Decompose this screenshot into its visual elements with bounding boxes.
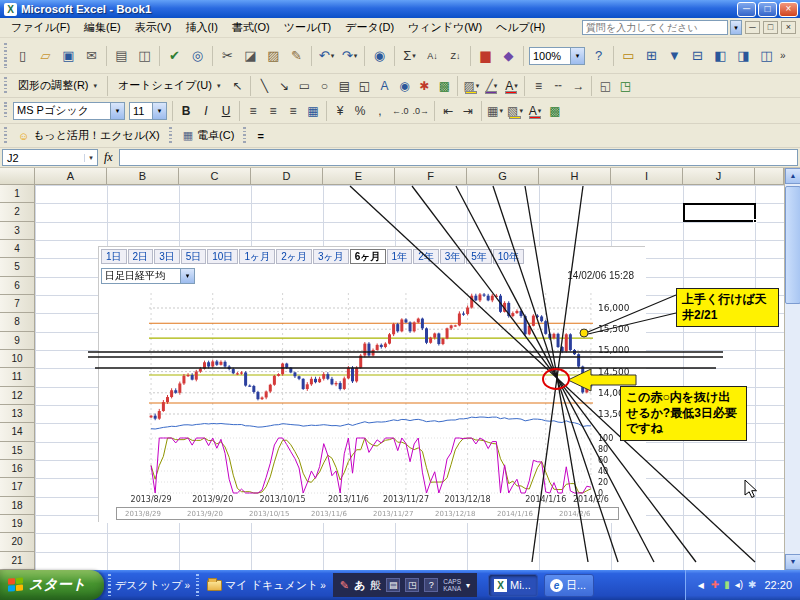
vertical-text-box-button[interactable]: ◱ (354, 76, 374, 96)
title-bar[interactable]: X Microsoft Excel - Book1 ─ □ × (0, 0, 800, 18)
zoom-combo[interactable]: 100%▾ (529, 47, 585, 65)
start-button[interactable]: スタート (0, 570, 104, 600)
period-tab-1年[interactable]: 1年 (387, 249, 413, 264)
ime-conversion-mode[interactable]: 般 (370, 578, 381, 593)
tray-collapse-icon[interactable]: ◀ (698, 581, 704, 590)
dropdown-arrow-icon[interactable]: ▾ (519, 107, 523, 115)
row-header-9[interactable]: 9 (0, 332, 35, 350)
row-header-15[interactable]: 15 (0, 442, 35, 460)
sort-ascending-button[interactable]: A↓ (421, 44, 444, 67)
underline-button[interactable]: U (216, 101, 236, 121)
autoshapes-button[interactable]: オートシェイプ(U)▾ (111, 75, 227, 96)
cut-button[interactable]: ✂ (216, 44, 239, 67)
scroll-thumb[interactable] (785, 186, 800, 304)
ime-keyboard-icon[interactable]: ▤ (386, 578, 400, 592)
column-header-B[interactable]: B (107, 168, 179, 185)
menu-item[interactable]: 編集(E) (77, 18, 128, 37)
display-icon[interactable]: ▮ (724, 580, 730, 590)
toolbar-grip[interactable] (4, 127, 7, 143)
callout-bottom[interactable]: この赤○内を抜け出せるか?最低3日必要ですね (620, 386, 747, 441)
scroll-down-icon[interactable]: ▼ (785, 554, 800, 570)
italic-button[interactable]: I (196, 101, 216, 121)
workbook-restore-button[interactable]: □ (763, 21, 778, 34)
period-tab-5年[interactable]: 5年 (466, 249, 492, 264)
column-header-D[interactable]: D (251, 168, 323, 185)
row-header-17[interactable]: 17 (0, 478, 35, 496)
camera-button[interactable]: ◫ (755, 44, 778, 67)
bold-button[interactable]: B (176, 101, 196, 121)
menu-item[interactable]: ツール(T) (277, 18, 339, 37)
shape-adjust-button[interactable]: 図形の調整(R)▾ (11, 75, 104, 96)
row-header-19[interactable]: 19 (0, 515, 35, 533)
paste-button[interactable]: ▨ (262, 44, 285, 67)
row-header-18[interactable]: 18 (0, 497, 35, 515)
column-header-C[interactable]: C (179, 168, 251, 185)
dropdown-arrow-icon[interactable]: ▾ (514, 82, 518, 90)
period-tab-3ヶ月[interactable]: 3ヶ月 (313, 249, 349, 264)
fill-color-button[interactable]: ▨▾ (461, 76, 481, 96)
equals-button[interactable]: = (250, 127, 270, 145)
row-header-4[interactable]: 4 (0, 240, 35, 258)
column-header-partial[interactable] (755, 168, 784, 185)
quicklaunch-my-documents[interactable]: マイ ドキュメント (225, 578, 318, 593)
font-color-button[interactable]: A▾ (525, 101, 545, 121)
column-header-J[interactable]: J (683, 168, 755, 185)
callout-top[interactable]: 上手く行けば天井2/21 (676, 288, 779, 327)
open-folder-button[interactable]: ▱ (34, 44, 57, 67)
row-header-12[interactable]: 12 (0, 387, 35, 405)
dropdown-arrow-icon[interactable]: ▾ (494, 82, 498, 90)
question-dropdown-icon[interactable]: ▾ (730, 20, 742, 35)
font-name-dropdown-icon[interactable]: ▾ (110, 103, 124, 119)
toolbar-options-icon[interactable]: » (780, 50, 786, 61)
fill-handle[interactable] (753, 219, 757, 223)
row-header-21[interactable]: 21 (0, 552, 35, 570)
workbook-minimize-button[interactable]: ─ (745, 21, 760, 34)
chevron-icon[interactable]: » (320, 580, 326, 591)
chart-wizard-button[interactable]: ▆ (474, 44, 497, 67)
volume-icon[interactable]: ◂) (735, 580, 743, 590)
column-header-G[interactable]: G (467, 168, 539, 185)
insert-function-icon[interactable]: fx (104, 150, 113, 165)
period-tab-3年[interactable]: 3年 (440, 249, 466, 264)
word-art-button[interactable]: A (374, 76, 394, 96)
dentaku-button[interactable]: ▦電卓(C) (176, 125, 242, 146)
menu-item[interactable]: 挿入(I) (178, 18, 224, 37)
arrow-style-button[interactable]: → (568, 76, 588, 96)
arrow-button[interactable]: ↘ (274, 76, 294, 96)
row-header-1[interactable]: 1 (0, 185, 35, 203)
period-tab-2年[interactable]: 2年 (413, 249, 439, 264)
menu-item[interactable]: データ(D) (338, 18, 401, 37)
drawing-button[interactable]: ◆ (497, 44, 520, 67)
save-button[interactable]: ▣ (57, 44, 80, 67)
row-header-6[interactable]: 6 (0, 277, 35, 295)
column-header-I[interactable]: I (611, 168, 683, 185)
dropdown-arrow-icon[interactable]: ▾ (94, 82, 98, 90)
menu-item[interactable]: ファイル(F) (4, 18, 77, 37)
taskbar-button-browser[interactable]: e 日... (544, 574, 594, 597)
dropdown-arrow-icon[interactable]: ▾ (538, 107, 542, 115)
increase-indent-button[interactable]: ⇥ (458, 101, 478, 121)
period-tab-2ヶ月[interactable]: 2ヶ月 (276, 249, 312, 264)
motto-katsuyo-button[interactable]: ☺もっと活用！エクセル(X) (11, 125, 167, 146)
font-name-combo[interactable]: MS Pゴシック▾ (13, 102, 125, 120)
menu-item[interactable]: ウィンドウ(W) (401, 18, 489, 37)
row-header-7[interactable]: 7 (0, 295, 35, 313)
decrease-decimal-button[interactable]: .0→ (411, 101, 432, 121)
toolbar-grip[interactable] (196, 574, 199, 596)
workbook-close-button[interactable]: × (781, 21, 796, 34)
row-header-10[interactable]: 10 (0, 350, 35, 368)
print-button[interactable]: ▤ (110, 44, 133, 67)
align-right-button[interactable]: ≡ (283, 101, 303, 121)
period-tab-1ヶ月[interactable]: 1ヶ月 (239, 249, 275, 264)
dropdown-arrow-icon[interactable]: ▾ (412, 52, 416, 60)
column-header-A[interactable]: A (35, 168, 107, 185)
close-button[interactable]: × (779, 2, 798, 17)
text-box-button[interactable]: ▤ (334, 76, 354, 96)
line-color-button[interactable]: ╱▾ (481, 76, 501, 96)
mail-button[interactable]: ✉ (80, 44, 103, 67)
toolbar-grip[interactable] (108, 574, 111, 596)
line-button[interactable]: ╲ (254, 76, 274, 96)
minimize-button[interactable]: ─ (737, 2, 756, 17)
column-header-F[interactable]: F (395, 168, 467, 185)
row-header-20[interactable]: 20 (0, 533, 35, 551)
